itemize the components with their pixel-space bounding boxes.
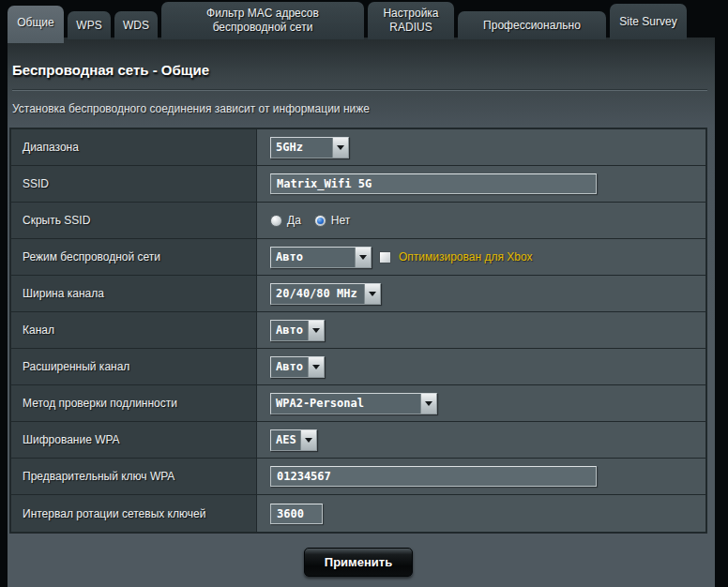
radio-checked-icon[interactable] [314, 215, 326, 227]
tab-general[interactable]: Общие [8, 6, 64, 43]
tab-radius-setting-label: Настройка RADIUS [375, 7, 447, 35]
wpa-key-input[interactable] [270, 466, 597, 487]
xbox-optimized-label: Оптимизирован для Xbox [399, 250, 533, 263]
key-rotation-label: Интервал ротации сетевых ключей [11, 495, 257, 532]
band-select-value: 5GHz [271, 138, 332, 158]
settings-table: Диапазона 5GHz SSID Скрыть SSID [9, 128, 707, 534]
chevron-down-icon[interactable] [355, 248, 371, 267]
apply-button[interactable]: Применить [304, 548, 413, 577]
row-channel-bandwidth: Ширина канала 20/40/80 MHz [11, 276, 705, 312]
radio-unchecked-icon[interactable] [270, 215, 282, 227]
tab-mac-filter-label: Фильтр MAC адресов беспроводной сети [169, 7, 356, 35]
channel-select[interactable]: Авто [270, 320, 325, 341]
auth-method-select-value: WPA2-Personal [271, 394, 420, 414]
chevron-down-icon[interactable] [308, 357, 324, 377]
wpa-encryption-select[interactable]: AES [270, 429, 317, 451]
row-extension-channel: Расширенный канал Авто [11, 349, 705, 385]
wpa-key-label: Предварительный ключ WPA [11, 459, 257, 494]
main-panel: Беспроводная сеть - Общие Установка бесп… [8, 38, 715, 587]
channel-select-value: Авто [271, 321, 308, 340]
row-auth-method: Метод проверки подлинности WPA2-Personal [11, 385, 705, 422]
row-wireless-mode: Режим беспроводной сети Авто Оптимизиров… [11, 239, 705, 276]
tab-bar: Общие WPS WDS Фильтр MAC адресов беспров… [0, 0, 728, 39]
band-select[interactable]: 5GHz [270, 137, 349, 158]
channel-label: Канал [11, 312, 257, 348]
tab-professional[interactable]: Профессионально [458, 11, 606, 39]
hide-ssid-option-yes[interactable]: Да [270, 214, 301, 227]
tab-radius-setting[interactable]: Настройка RADIUS [368, 2, 454, 39]
channel-bandwidth-select-value: 20/40/80 MHz [271, 284, 364, 304]
chevron-down-icon[interactable] [300, 430, 316, 450]
hide-ssid-no-label: Нет [331, 214, 350, 227]
row-ssid: SSID [11, 166, 705, 203]
row-wpa-encryption: Шифрование WPA AES [11, 422, 705, 459]
row-band: Диапазона 5GHz [11, 129, 705, 166]
tab-wds[interactable]: WDS [114, 11, 158, 39]
row-wpa-key: Предварительный ключ WPA [11, 459, 705, 495]
wpa-encryption-label: Шифрование WPA [11, 422, 257, 458]
row-hide-ssid: Скрыть SSID Да Нет [11, 203, 705, 239]
tab-wps[interactable]: WPS [68, 11, 111, 39]
ssid-input[interactable] [270, 173, 597, 194]
extension-channel-label: Расширенный канал [11, 349, 257, 384]
wireless-mode-select[interactable]: Авто [270, 247, 372, 268]
hide-ssid-yes-label: Да [287, 214, 301, 227]
tab-mac-filter[interactable]: Фильтр MAC адресов беспроводной сети [161, 2, 364, 39]
chevron-down-icon[interactable] [420, 394, 436, 414]
page-description: Установка беспроводного соединения завис… [12, 102, 715, 115]
xbox-optimized-checkbox[interactable] [379, 251, 391, 263]
title-separator [12, 89, 707, 91]
wireless-mode-select-value: Авто [271, 248, 355, 267]
tab-site-survey-label: Site Survey [619, 15, 676, 29]
auth-method-select[interactable]: WPA2-Personal [270, 393, 437, 414]
chevron-down-icon[interactable] [308, 321, 324, 340]
chevron-down-icon[interactable] [364, 284, 380, 304]
tab-site-survey[interactable]: Site Survey [610, 4, 687, 39]
wireless-mode-label: Режим беспроводной сети [11, 239, 257, 275]
hide-ssid-radio-group: Да Нет [270, 214, 350, 227]
tab-wds-label: WDS [123, 19, 149, 33]
button-row: Применить [9, 534, 707, 577]
page-title: Беспроводная сеть - Общие [12, 62, 715, 78]
router-settings-screen: Общие WPS WDS Фильтр MAC адресов беспров… [0, 0, 728, 587]
row-key-rotation: Интервал ротации сетевых ключей [11, 495, 705, 532]
tab-professional-label: Профессионально [483, 19, 581, 33]
chevron-down-icon[interactable] [332, 138, 348, 158]
key-rotation-input[interactable] [270, 504, 323, 524]
ssid-label: SSID [11, 166, 257, 202]
auth-method-label: Метод проверки подлинности [11, 385, 257, 421]
channel-bandwidth-select[interactable]: 20/40/80 MHz [270, 283, 381, 305]
hide-ssid-label: Скрыть SSID [11, 203, 257, 238]
tab-general-label: Общие [17, 16, 53, 30]
extension-channel-select-value: Авто [271, 357, 308, 377]
wpa-encryption-select-value: AES [271, 430, 300, 450]
channel-bandwidth-label: Ширина канала [11, 276, 257, 311]
band-label: Диапазона [11, 129, 257, 165]
row-channel: Канал Авто [11, 312, 705, 349]
tab-wps-label: WPS [76, 19, 101, 33]
hide-ssid-option-no[interactable]: Нет [314, 214, 350, 227]
extension-channel-select[interactable]: Авто [270, 356, 325, 378]
